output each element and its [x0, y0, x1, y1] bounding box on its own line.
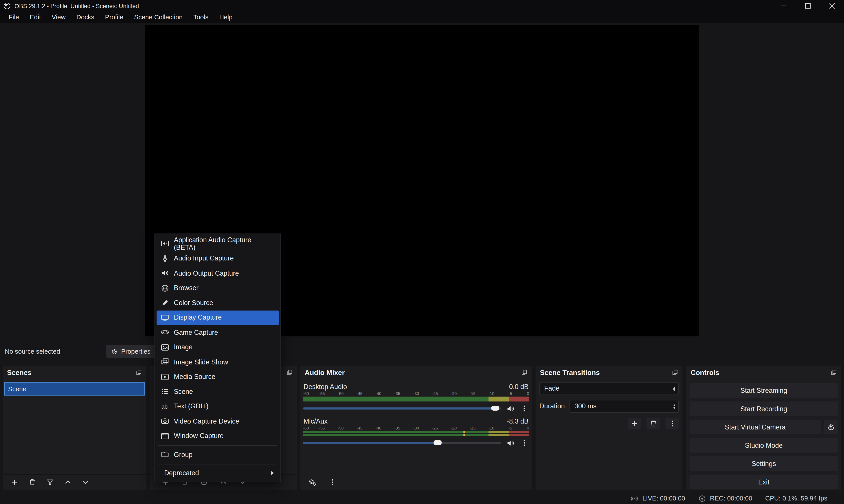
tick-label: -25 — [432, 391, 438, 396]
svg-text:ab: ab — [161, 403, 167, 410]
add-scene-button[interactable] — [10, 478, 19, 487]
menu-item-label: Group — [174, 451, 193, 458]
popout-icon[interactable] — [286, 369, 293, 376]
controls-panel: Controls Start Streaming Start Recording… — [686, 366, 841, 490]
add-transition-button[interactable] — [628, 418, 641, 430]
menu-item-audio-input-capture[interactable]: Audio Input Capture — [157, 251, 279, 266]
studio-mode-button[interactable]: Studio Mode — [689, 438, 838, 453]
menu-profile[interactable]: Profile — [100, 12, 129, 23]
menu-view[interactable]: View — [47, 12, 71, 23]
menu-item-media-source[interactable]: Media Source — [157, 370, 279, 384]
start-virtual-camera-button[interactable]: Start Virtual Camera — [689, 420, 821, 434]
scene-filters-button[interactable] — [45, 478, 55, 487]
menu-item-text-gdi[interactable]: ab Text (GDI+) — [157, 399, 279, 414]
scene-list-item[interactable]: Scene — [4, 382, 145, 395]
menu-item-display-capture[interactable]: Display Capture — [157, 310, 279, 325]
menu-item-game-capture[interactable]: Game Capture — [157, 325, 279, 340]
menu-item-label: Color Source — [174, 299, 213, 307]
move-scene-up-button[interactable] — [63, 478, 73, 487]
minimize-icon — [781, 3, 786, 8]
remove-transition-button[interactable] — [646, 418, 660, 430]
duration-row: Duration 300 ms ▲▼ — [539, 400, 679, 413]
scene-transitions-panel: Scene Transitions Fade ▲▼ Duration 300 m… — [536, 366, 682, 490]
scene-transitions-header: Scene Transitions — [536, 366, 682, 379]
speaker-icon — [506, 439, 515, 447]
move-scene-down-button[interactable] — [81, 478, 90, 487]
tick-label: -40 — [376, 426, 381, 431]
popout-icon[interactable] — [831, 369, 837, 376]
virtual-camera-settings-button[interactable] — [824, 420, 838, 434]
popout-icon[interactable] — [672, 369, 678, 376]
menu-item-window-capture[interactable]: Window Capture — [157, 429, 279, 443]
settings-button[interactable]: Settings — [689, 456, 838, 471]
menu-item-label: Text (GDI+) — [174, 403, 209, 410]
slider-fill — [303, 442, 438, 444]
maximize-button[interactable] — [796, 0, 820, 11]
popout-icon[interactable] — [521, 369, 527, 376]
window-icon — [161, 432, 169, 440]
menu-item-application-audio-capture[interactable]: Application Audio Capture (BETA) — [157, 236, 279, 251]
scenes-panel-header: Scenes — [3, 366, 146, 379]
meter-tick-row: -60 -55 -50 -45 -40 -35 -30 -25 -20 -15 … — [303, 426, 529, 431]
menu-item-label: Application Audio Capture (BETA) — [174, 236, 274, 251]
start-recording-button[interactable]: Start Recording — [689, 401, 838, 416]
volume-slider[interactable] — [303, 407, 501, 410]
remove-scene-button[interactable] — [28, 478, 37, 487]
paintbrush-icon — [161, 299, 169, 307]
menu-item-browser[interactable]: Browser — [157, 281, 279, 295]
menu-docks[interactable]: Docks — [71, 12, 100, 23]
advanced-audio-properties-button[interactable] — [307, 478, 317, 487]
gear-icon — [111, 348, 118, 355]
tick-label: -50 — [338, 391, 344, 396]
tick-label: 0 — [527, 391, 529, 396]
transition-options-button[interactable] — [665, 418, 679, 430]
menu-scene-collection[interactable]: Scene Collection — [129, 12, 188, 23]
scene-item-label: Scene — [8, 385, 26, 393]
mixer-options-button[interactable] — [328, 478, 338, 487]
menu-item-deprecated[interactable]: Deprecated — [157, 466, 279, 481]
audio-mixer-header: Audio Mixer — [300, 366, 532, 379]
menu-item-image[interactable]: Image — [157, 340, 279, 355]
text-icon: ab — [161, 402, 169, 411]
menu-item-audio-output-capture[interactable]: Audio Output Capture — [157, 266, 279, 281]
duration-spinner[interactable]: 300 ms ▲▼ — [570, 400, 679, 413]
mute-button[interactable] — [505, 438, 515, 448]
properties-button[interactable]: Properties — [106, 345, 156, 358]
trash-icon — [649, 420, 657, 427]
channel-options-button[interactable] — [520, 438, 529, 448]
mute-button[interactable] — [505, 403, 515, 413]
menu-help[interactable]: Help — [214, 12, 238, 23]
menu-item-video-capture-device[interactable]: Video Capture Device — [157, 414, 279, 429]
minimize-button[interactable] — [771, 0, 795, 11]
menu-file[interactable]: File — [3, 12, 24, 23]
menu-edit[interactable]: Edit — [24, 12, 47, 23]
menu-item-group[interactable]: Group — [157, 447, 279, 462]
scenes-panel: Scenes Scene — [3, 366, 146, 490]
menu-item-scene[interactable]: Scene — [157, 384, 279, 399]
menu-tools[interactable]: Tools — [188, 12, 214, 23]
slider-handle[interactable] — [434, 440, 442, 445]
volume-slider[interactable] — [303, 442, 501, 444]
kebab-icon — [329, 479, 336, 486]
slider-handle[interactable] — [491, 406, 499, 411]
globe-icon — [161, 284, 169, 292]
volume-slider-row — [303, 404, 529, 412]
kebab-icon — [668, 420, 676, 427]
popout-icon[interactable] — [136, 369, 142, 376]
exit-button[interactable]: Exit — [689, 474, 838, 489]
audio-mixer-panel: Audio Mixer Desktop Audio 0.0 dB -60 -55… — [300, 366, 532, 490]
obs-logo-icon — [3, 2, 11, 10]
window-controls — [771, 0, 844, 11]
menu-item-image-slide-show[interactable]: Image Slide Show — [157, 355, 279, 369]
start-streaming-button[interactable]: Start Streaming — [689, 383, 838, 398]
menu-item-color-source[interactable]: Color Source — [157, 295, 279, 310]
gear-icon — [827, 423, 834, 431]
close-button[interactable] — [820, 0, 844, 11]
meter-tick-row: -60 -55 -50 -45 -40 -35 -30 -25 -20 -15 … — [303, 391, 529, 396]
tick-label: -10 — [488, 426, 495, 431]
transition-select[interactable]: Fade ▲▼ — [539, 382, 679, 395]
tick-label: -25 — [432, 426, 438, 431]
properties-label: Properties — [121, 348, 150, 355]
channel-options-button[interactable] — [520, 403, 529, 413]
duration-value: 300 ms — [574, 402, 596, 410]
